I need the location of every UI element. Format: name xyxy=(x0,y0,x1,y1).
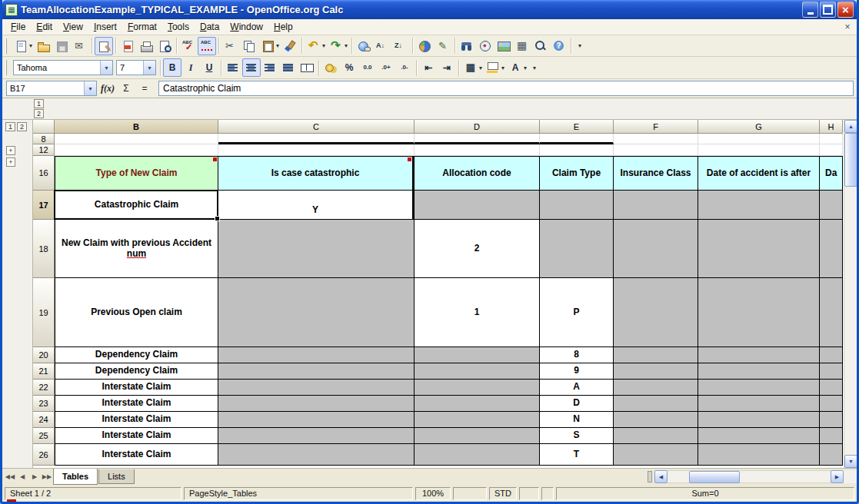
borders-button[interactable]: ▦▾ xyxy=(461,58,484,77)
row-header-21[interactable]: 21 xyxy=(33,363,55,380)
scroll-left-icon[interactable]: ◀ xyxy=(654,470,668,483)
redo-button[interactable]: ▾ xyxy=(327,37,349,55)
row-header-19[interactable]: 19 xyxy=(33,278,55,347)
function-wizard-button[interactable]: f(x) xyxy=(98,81,117,96)
status-selection-mode[interactable]: STD xyxy=(489,487,517,500)
background-color-dropdown-arrow[interactable]: ▾ xyxy=(501,65,504,71)
menu-tools[interactable]: Tools xyxy=(162,20,195,34)
cell-E20[interactable]: 8 xyxy=(540,347,614,363)
cell-B22[interactable]: Interstate Claim xyxy=(55,380,218,396)
cell-H18[interactable] xyxy=(820,220,843,278)
cell-G21[interactable] xyxy=(698,363,820,380)
toolbar-grip[interactable] xyxy=(5,38,8,54)
cell-B21[interactable]: Dependency Claim xyxy=(55,363,218,380)
cell-G26[interactable] xyxy=(698,444,820,466)
status-modified-flag[interactable] xyxy=(519,487,539,500)
cell-B25[interactable]: Interstate Claim xyxy=(55,428,218,444)
cell-E22[interactable]: A xyxy=(540,380,614,396)
cell-H12[interactable] xyxy=(820,144,843,156)
cell-F25[interactable] xyxy=(614,428,698,444)
cell-E16[interactable]: Claim Type xyxy=(540,156,614,191)
cell-E12[interactable] xyxy=(540,144,614,156)
row-header-23[interactable]: 23 xyxy=(33,396,55,412)
expand-group-button[interactable]: + xyxy=(6,146,15,155)
cell-B23[interactable]: Interstate Claim xyxy=(55,396,218,412)
cell-D24[interactable] xyxy=(415,412,540,428)
column-outline-level-2-button[interactable]: 2 xyxy=(34,109,44,118)
navigator-button[interactable] xyxy=(476,37,494,55)
cell-C18[interactable] xyxy=(218,220,415,278)
cell-C22[interactable] xyxy=(218,380,415,396)
gallery-button[interactable] xyxy=(494,37,513,55)
scroll-up-icon[interactable]: ▲ xyxy=(844,120,857,133)
open-button[interactable] xyxy=(34,37,52,55)
cell-G22[interactable] xyxy=(698,380,820,396)
column-header-D[interactable]: D xyxy=(415,120,540,134)
maximize-button[interactable] xyxy=(820,2,836,18)
cell-C12[interactable] xyxy=(218,144,415,156)
minimize-button[interactable] xyxy=(802,2,818,18)
sort-ascending-button[interactable] xyxy=(373,37,391,55)
cell-G23[interactable] xyxy=(698,396,820,412)
vertical-scrollbar[interactable]: ▲ ▼ xyxy=(844,120,857,468)
cell-E17[interactable] xyxy=(540,191,614,220)
toolbar-grip[interactable] xyxy=(5,60,8,75)
cell-E25[interactable]: S xyxy=(540,428,614,444)
edit-file-button[interactable] xyxy=(95,37,113,55)
cell-H25[interactable] xyxy=(820,428,843,444)
copy-button[interactable] xyxy=(240,37,258,55)
cell-E26[interactable]: T xyxy=(540,444,614,466)
cell-C16[interactable]: Is case catastrophic xyxy=(218,156,415,191)
undo-dropdown-arrow[interactable]: ▾ xyxy=(322,42,325,49)
cell-F18[interactable] xyxy=(614,220,698,278)
cell-F24[interactable] xyxy=(614,412,698,428)
toolbar-options-arrow[interactable]: ▾ xyxy=(578,42,581,49)
title-bar[interactable]: ▦ TeamAllocationExample_TYPICAL_EXAMPLE … xyxy=(2,0,857,19)
cell-C19[interactable] xyxy=(218,278,415,347)
cell-B16[interactable]: Type of New Claim xyxy=(55,156,218,191)
cell-H24[interactable] xyxy=(820,412,843,428)
cell-C20[interactable] xyxy=(218,347,415,363)
toolbar-options-arrow[interactable]: ▾ xyxy=(533,65,536,71)
function-button[interactable]: = xyxy=(135,81,154,96)
row-outline-level-2-button[interactable]: 2 xyxy=(17,122,27,131)
document-close-icon[interactable]: × xyxy=(841,21,854,33)
sum-button[interactable]: Σ xyxy=(117,81,135,96)
page-preview-button[interactable] xyxy=(155,37,174,55)
cell-G19[interactable] xyxy=(698,278,820,347)
spellcheck-button[interactable] xyxy=(179,37,198,55)
cell-C24[interactable] xyxy=(218,412,415,428)
cell-F23[interactable] xyxy=(614,396,698,412)
chevron-down-icon[interactable]: ▼ xyxy=(84,81,96,95)
cell-F8[interactable] xyxy=(614,134,698,144)
insert-chart-button[interactable] xyxy=(415,37,434,55)
status-sum[interactable]: Sum=0 xyxy=(556,487,854,500)
autospellcheck-button[interactable] xyxy=(198,37,216,55)
decrease-indent-button[interactable]: ⇤ xyxy=(419,58,438,77)
cell-H17[interactable] xyxy=(820,191,843,220)
cell-B18[interactable]: New Claim with previous Accidentnum xyxy=(55,220,218,278)
cell-D25[interactable] xyxy=(415,428,540,444)
menu-edit[interactable]: Edit xyxy=(31,20,58,34)
number-format-percent-button[interactable]: % xyxy=(340,58,358,77)
row-header-18[interactable]: 18 xyxy=(33,220,55,278)
cell-D21[interactable] xyxy=(415,363,540,380)
expand-group-button[interactable]: + xyxy=(6,158,15,167)
menu-help[interactable]: Help xyxy=(268,20,298,34)
paste-button[interactable]: ▾ xyxy=(258,37,281,55)
cell-G16[interactable]: Date of accident is after xyxy=(698,156,820,191)
column-outline-level-1-button[interactable]: 1 xyxy=(34,99,44,108)
cell-C23[interactable] xyxy=(218,396,415,412)
horizontal-scroll-track[interactable] xyxy=(668,470,831,483)
redo-dropdown-arrow[interactable]: ▾ xyxy=(345,42,348,49)
new-document-button[interactable]: ▾ xyxy=(12,37,34,55)
cell-F16[interactable]: Insurance Class xyxy=(614,156,698,191)
column-header-E[interactable]: E xyxy=(540,120,614,134)
number-format-standard-button[interactable]: 0.0 xyxy=(358,58,377,77)
justified-button[interactable] xyxy=(279,58,298,77)
cell-E23[interactable]: D xyxy=(540,396,614,412)
export-pdf-button[interactable] xyxy=(118,37,137,55)
cell-F17[interactable] xyxy=(614,191,698,220)
cell-B17[interactable]: Catastrophic Claim xyxy=(55,191,218,220)
cell-H23[interactable] xyxy=(820,396,843,412)
